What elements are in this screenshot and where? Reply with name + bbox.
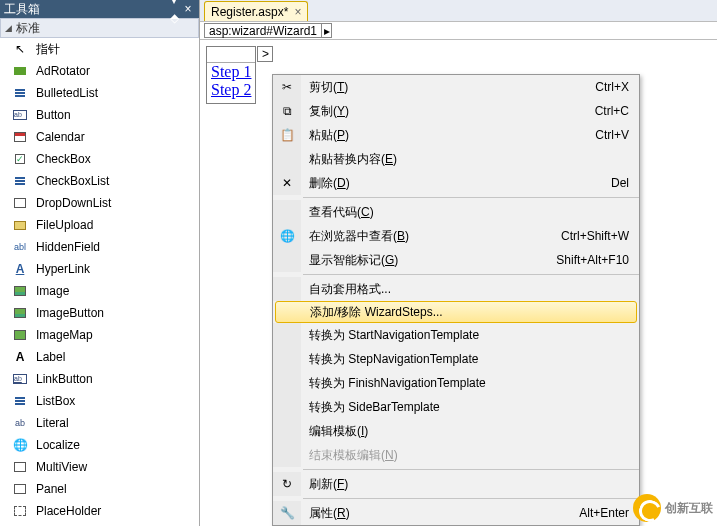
wizard-step-link[interactable]: Step 1 [211, 63, 251, 81]
cut-icon: ✂ [273, 75, 301, 99]
toolbox-item-checkbox[interactable]: ✓CheckBox [0, 148, 199, 170]
mv-icon [12, 459, 28, 475]
toolbox-item-placeholder[interactable]: PlaceHolder [0, 500, 199, 522]
toolbox-item-label: HyperLink [36, 262, 90, 276]
menu-item-label: 剪切(T) [301, 79, 595, 96]
menu-item-label: 显示智能标记(G) [301, 252, 556, 269]
menu-item[interactable]: 查看代码(C) [273, 200, 639, 224]
toolbox-item-label: MultiView [36, 460, 87, 474]
toolbox-item-label: ImageMap [36, 328, 93, 342]
tab-close-icon[interactable]: × [294, 5, 301, 19]
toolbox-item-calendar[interactable]: Calendar [0, 126, 199, 148]
wizard-step-link[interactable]: Step 2 [211, 81, 251, 99]
file-tab[interactable]: Register.aspx* × [204, 1, 308, 21]
menu-shortcut: Shift+Alt+F10 [556, 253, 639, 267]
toolbox-item-指针[interactable]: ↖指针 [0, 38, 199, 60]
menu-item-label: 编辑模板(I) [301, 423, 629, 440]
hf-icon: abl [12, 239, 28, 255]
menu-item-label: 转换为 StepNavigationTemplate [301, 351, 629, 368]
menu-item-label: 复制(Y) [301, 103, 595, 120]
menu-item-label: 转换为 StartNavigationTemplate [301, 327, 629, 344]
toolbox-item-linkbutton[interactable]: abLinkButton [0, 368, 199, 390]
menu-separator [303, 469, 639, 470]
toolbox-item-label: CheckBoxList [36, 174, 109, 188]
blank-icon [273, 395, 301, 419]
menu-item[interactable]: 添加/移除 WizardSteps... [275, 301, 637, 323]
category-label: 标准 [16, 20, 40, 37]
blank-icon [273, 371, 301, 395]
blank-icon [273, 347, 301, 371]
browse-icon: 🌐 [273, 224, 301, 248]
pnl-icon [12, 481, 28, 497]
toolbox-item-adrotator[interactable]: AdRotator [0, 60, 199, 82]
menu-item[interactable]: 🔧属性(R)Alt+Enter [273, 501, 639, 525]
menu-item[interactable]: 显示智能标记(G)Shift+Alt+F10 [273, 248, 639, 272]
toolbox-item-image[interactable]: Image [0, 280, 199, 302]
menu-item[interactable]: 转换为 StepNavigationTemplate [273, 347, 639, 371]
toolbox-item-multiview[interactable]: MultiView [0, 456, 199, 478]
toolbox-item-imagebutton[interactable]: ImageButton [0, 302, 199, 324]
blank-icon [276, 300, 302, 324]
breadcrumb-item[interactable]: asp:wizard#Wizard1 [204, 23, 322, 38]
toolbox-item-localize[interactable]: 🌐Localize [0, 434, 199, 456]
menu-item: 结束模板编辑(N) [273, 443, 639, 467]
pin-icon[interactable]: ▾ ⬘ [167, 0, 181, 27]
menu-item[interactable]: 转换为 StartNavigationTemplate [273, 323, 639, 347]
toolbox-item-button[interactable]: abButton [0, 104, 199, 126]
toolbox-item-imagemap[interactable]: ImageMap [0, 324, 199, 346]
toolbox-item-label[interactable]: ALabel [0, 346, 199, 368]
wizard-control[interactable]: > Step 1Step 2 [206, 46, 256, 104]
menu-item-label: 转换为 SideBarTemplate [301, 399, 629, 416]
toolbox-item-label: ListBox [36, 394, 75, 408]
breadcrumb-caret-icon[interactable]: ▸ [322, 23, 332, 38]
refresh-icon: ↻ [273, 472, 301, 496]
toolbox-item-dropdownlist[interactable]: DropDownList [0, 192, 199, 214]
toolbox-title: 工具箱 [4, 0, 167, 18]
menu-item[interactable]: 📋粘贴(P)Ctrl+V [273, 123, 639, 147]
menu-shortcut: Del [611, 176, 639, 190]
toolbox-item-panel[interactable]: Panel [0, 478, 199, 500]
expand-icon: ◢ [5, 23, 12, 33]
menu-item-label: 删除(D) [301, 175, 611, 192]
close-icon[interactable]: × [181, 0, 195, 18]
wizard-sidebar: Step 1Step 2 [207, 63, 255, 103]
menu-item[interactable]: 转换为 SideBarTemplate [273, 395, 639, 419]
toolbox-item-label: Button [36, 108, 71, 122]
menu-item[interactable]: 🌐在浏览器中查看(B)Ctrl+Shift+W [273, 224, 639, 248]
toolbox-item-label: Image [36, 284, 69, 298]
fu-icon [12, 217, 28, 233]
menu-item[interactable]: ✂剪切(T)Ctrl+X [273, 75, 639, 99]
menu-item[interactable]: ↻刷新(F) [273, 472, 639, 496]
menu-item[interactable]: 自动套用格式... [273, 277, 639, 301]
toolbox-item-listbox[interactable]: ListBox [0, 390, 199, 412]
lbtn-icon: ab [12, 371, 28, 387]
menu-item[interactable]: ✕删除(D)Del [273, 171, 639, 195]
toolbox-item-fileupload[interactable]: FileUpload [0, 214, 199, 236]
toolbox-item-label: AdRotator [36, 64, 90, 78]
toolbox-item-hiddenfield[interactable]: ablHiddenField [0, 236, 199, 258]
toolbox-item-label: 指针 [36, 41, 60, 58]
blank-icon [273, 419, 301, 443]
menu-item[interactable]: 转换为 FinishNavigationTemplate [273, 371, 639, 395]
imgb-icon [12, 305, 28, 321]
toolbox-item-literal[interactable]: abLiteral [0, 412, 199, 434]
toolbox-item-checkboxlist[interactable]: CheckBoxList [0, 170, 199, 192]
smart-tag-icon[interactable]: > [257, 46, 273, 62]
toolbox-item-label: Label [36, 350, 65, 364]
menu-item-label: 转换为 FinishNavigationTemplate [301, 375, 629, 392]
blank-icon [273, 277, 301, 301]
blank-icon [273, 323, 301, 347]
toolbox-item-hyperlink[interactable]: AHyperLink [0, 258, 199, 280]
toolbox-item-label: HiddenField [36, 240, 100, 254]
menu-item[interactable]: 编辑模板(I) [273, 419, 639, 443]
rot-icon [12, 63, 28, 79]
context-menu: ✂剪切(T)Ctrl+X⧉复制(Y)Ctrl+C📋粘贴(P)Ctrl+V粘贴替换… [272, 74, 640, 526]
toolbox-item-bulletedlist[interactable]: BulletedList [0, 82, 199, 104]
menu-shortcut: Ctrl+Shift+W [561, 229, 639, 243]
menu-item[interactable]: ⧉复制(Y)Ctrl+C [273, 99, 639, 123]
menu-item-label: 粘贴(P) [301, 127, 595, 144]
menu-item-label: 粘贴替换内容(E) [301, 151, 629, 168]
cursor-icon: ↖ [12, 41, 28, 57]
wizard-selection-handle[interactable]: > [207, 47, 255, 63]
menu-item[interactable]: 粘贴替换内容(E) [273, 147, 639, 171]
